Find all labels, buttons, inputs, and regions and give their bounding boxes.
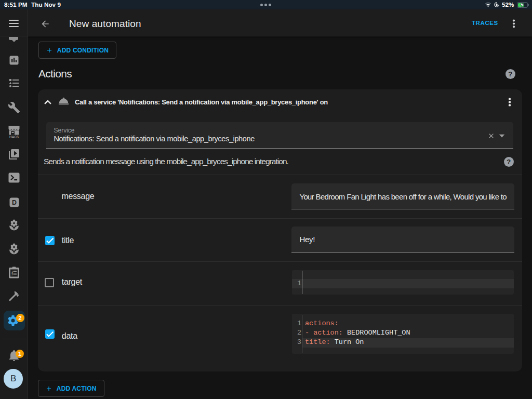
- svg-text:2: 2: [11, 273, 13, 276]
- svg-text:HACS: HACS: [9, 135, 19, 139]
- svg-text:D: D: [11, 199, 16, 206]
